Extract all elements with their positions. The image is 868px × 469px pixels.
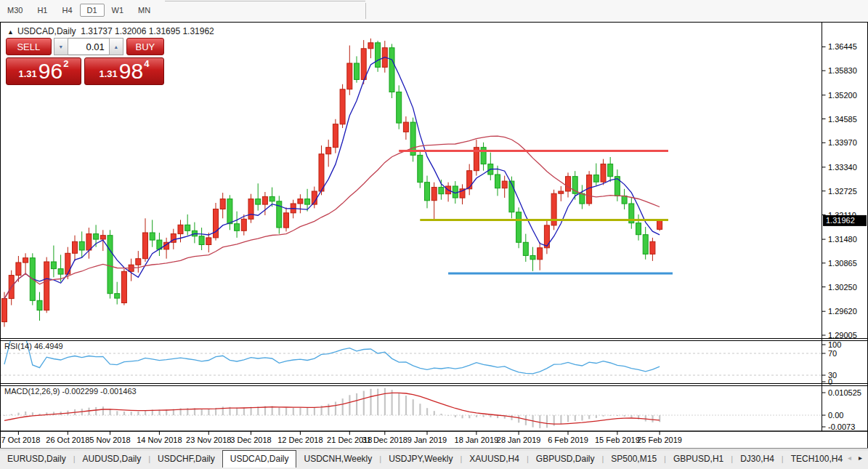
chart-tab-usdjpy[interactable]: USDJPY,Weekly — [381, 450, 460, 467]
candle — [425, 176, 430, 209]
lot-decrease-button[interactable]: ▾ — [54, 38, 68, 55]
macd-histogram-bar — [363, 391, 365, 416]
candle — [206, 233, 211, 252]
chart-tab-usdcnh[interactable]: USDCNH,Weekly — [296, 450, 379, 467]
macd-histogram-bar — [307, 408, 308, 415]
tab-scroll-right-icon[interactable]: ▸ — [859, 454, 862, 462]
macd-histogram-bar — [630, 415, 632, 418]
mt4-window: M30H1H4D1W1MN 1.364451.358301.352001.345… — [0, 0, 868, 469]
macd-histogram-bar — [11, 414, 12, 416]
chart-tab-xauusd[interactable]: XAUUSD,H4 — [462, 450, 527, 467]
macd-histogram-bar — [335, 402, 336, 416]
macd-histogram-bar — [236, 408, 238, 415]
candle — [220, 193, 225, 218]
macd-tick-label: 0.010525 — [828, 388, 861, 397]
candle — [538, 242, 543, 270]
chart-tab-sp500[interactable]: SP500,M15 — [604, 450, 664, 467]
candle — [354, 56, 360, 82]
chart-tab-tech100[interactable]: TECH100,H4 — [784, 450, 850, 467]
candle — [185, 215, 190, 236]
macd-histogram-bar — [609, 415, 611, 416]
candle — [431, 183, 437, 221]
price-axis[interactable]: 1.364451.358301.352001.345851.339701.333… — [4, 42, 867, 431]
macd-histogram-bar — [384, 388, 386, 415]
candle — [403, 116, 408, 140]
candle — [277, 196, 282, 233]
candle — [368, 39, 373, 58]
price-tick-label: 1.32725 — [828, 187, 857, 196]
time-axis[interactable]: 17 Oct 201826 Oct 20185 Nov 201814 Nov 2… — [0, 431, 682, 444]
candle — [650, 238, 655, 261]
candle — [502, 176, 507, 198]
candle — [488, 153, 493, 180]
macd-histogram-bar — [299, 408, 301, 416]
candle — [410, 118, 415, 162]
sell-price-button[interactable]: 1.31 96 2 — [6, 57, 81, 85]
current-price-value: 1.31962 — [826, 216, 855, 225]
candle — [460, 184, 465, 204]
chart-tab-usdchf[interactable]: USDCHF,Daily — [150, 450, 222, 467]
lot-increase-button[interactable]: ▴ — [109, 38, 123, 55]
candle — [164, 238, 169, 259]
macd-histogram-bar — [243, 408, 245, 415]
candle — [51, 246, 56, 278]
chart-tab-audusd[interactable]: AUDUSD,Daily — [76, 450, 149, 467]
macd-histogram-bar — [25, 412, 26, 415]
date-tick-label: 5 Nov 2018 — [89, 436, 130, 444]
rsi-panel — [0, 337, 822, 376]
candle — [389, 44, 394, 98]
macd-histogram-bar — [539, 415, 540, 428]
macd-histogram-bar — [4, 415, 5, 416]
macd-histogram-bar — [575, 415, 576, 421]
macd-histogram-bar — [652, 415, 653, 422]
symbol-title: USDCAD,Daily — [17, 26, 76, 36]
macd-histogram-bar — [560, 415, 561, 424]
macd-histogram-bar — [567, 415, 569, 422]
chart-tab-gbpusd[interactable]: GBPUSD,H1 — [666, 450, 731, 467]
candle — [523, 234, 528, 262]
tab-scroll-left-icon[interactable]: ◂ — [848, 454, 851, 462]
macd-histogram-bar — [53, 412, 54, 415]
chart-tab-usdcad[interactable]: USDCAD,Daily — [222, 450, 297, 468]
macd-histogram-bar — [102, 406, 104, 415]
candle — [199, 228, 204, 250]
macd-histogram-bar — [511, 415, 512, 420]
sell-button[interactable]: SELL — [6, 38, 52, 55]
macd-histogram-bar — [328, 404, 329, 416]
candle — [551, 190, 556, 231]
candle — [284, 207, 289, 231]
candle — [86, 228, 92, 259]
macd-histogram-bar — [490, 415, 491, 417]
ma-fast-line[interactable] — [4, 57, 660, 299]
macd-histogram-bar — [131, 412, 132, 415]
macd-histogram-bar — [434, 411, 435, 415]
candle — [312, 187, 317, 209]
rsi-caption: RSI(14) 46.4949 — [4, 342, 63, 350]
chart-title: ▲USDCAD,Daily 1.31737 1.32006 1.31695 1.… — [7, 26, 214, 36]
price-tick-label: 1.31480 — [828, 235, 857, 244]
macd-histogram-bar — [201, 409, 203, 415]
buy-price-button[interactable]: 1.31 98 4 — [84, 57, 164, 85]
rsi-tick-label: 0 — [828, 377, 832, 386]
date-tick-label: 25 Feb 2019 — [637, 436, 682, 444]
macd-histogram-bar — [398, 393, 399, 415]
macd-histogram-bar — [278, 407, 280, 415]
price-tick-label: 1.30250 — [828, 283, 857, 292]
candle — [446, 183, 451, 202]
candle — [636, 215, 641, 241]
date-tick-label: 9 Jan 2019 — [407, 436, 447, 444]
buy-price-pip: 4 — [144, 58, 149, 69]
candle — [397, 85, 402, 129]
lot-size-input[interactable] — [68, 38, 109, 55]
macd-histogram-bar — [293, 408, 294, 415]
buy-button[interactable]: BUY — [126, 38, 164, 55]
macd-histogram-bar — [342, 398, 344, 415]
collapse-icon[interactable]: ▲ — [7, 28, 14, 36]
macd-histogram-bar — [413, 399, 414, 415]
chart-tab-dj30[interactable]: DJ30,H4 — [733, 450, 782, 467]
chart-tab-gbpusd[interactable]: GBPUSD,Daily — [529, 450, 602, 467]
price-tick-label: 1.29620 — [828, 307, 857, 316]
candle — [235, 212, 240, 238]
candle — [566, 172, 571, 197]
chart-tab-eurusd[interactable]: EURUSD,Daily — [0, 450, 73, 467]
